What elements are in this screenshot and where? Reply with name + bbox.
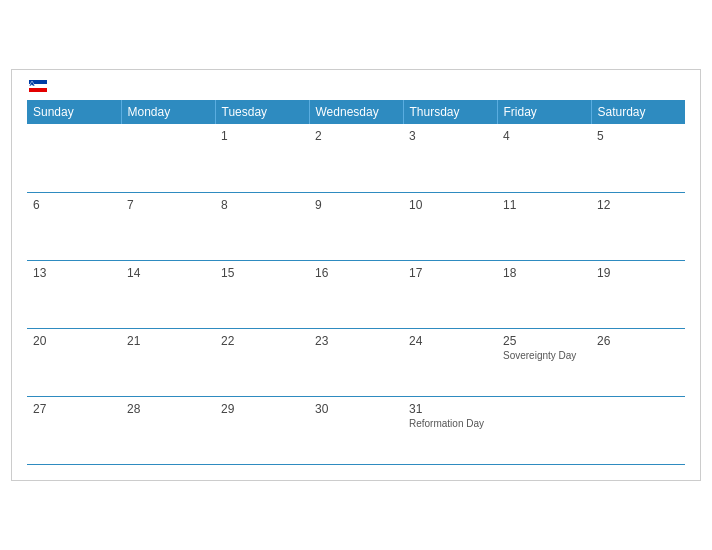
calendar-cell: 13 — [27, 260, 121, 328]
day-number: 30 — [315, 402, 397, 416]
calendar-cell: 24 — [403, 328, 497, 396]
calendar-cell: 29 — [215, 396, 309, 464]
day-number: 10 — [409, 198, 491, 212]
logo: ★ — [27, 80, 47, 92]
calendar-cell: 4 — [497, 124, 591, 192]
day-number: 11 — [503, 198, 585, 212]
calendar-week-row: 202122232425Sovereignty Day26 — [27, 328, 685, 396]
day-number: 23 — [315, 334, 397, 348]
calendar-cell: 19 — [591, 260, 685, 328]
calendar-cell: 7 — [121, 192, 215, 260]
calendar-cell: 18 — [497, 260, 591, 328]
calendar-cell: 1 — [215, 124, 309, 192]
day-number: 31 — [409, 402, 491, 416]
calendar-cell: 26 — [591, 328, 685, 396]
day-number: 1 — [221, 129, 303, 143]
svg-text:★: ★ — [30, 83, 34, 88]
day-number: 26 — [597, 334, 679, 348]
holiday-name: Reformation Day — [409, 418, 491, 429]
day-number: 20 — [33, 334, 115, 348]
day-number: 27 — [33, 402, 115, 416]
day-number: 12 — [597, 198, 679, 212]
day-number: 19 — [597, 266, 679, 280]
day-number: 29 — [221, 402, 303, 416]
day-number: 15 — [221, 266, 303, 280]
calendar-container: ★ SundayMondayTuesdayWednesdayThursdayFr… — [11, 69, 701, 481]
day-number: 6 — [33, 198, 115, 212]
calendar-week-row: 2728293031Reformation Day — [27, 396, 685, 464]
calendar-cell: 22 — [215, 328, 309, 396]
holiday-name: Sovereignty Day — [503, 350, 585, 361]
calendar-week-row: 6789101112 — [27, 192, 685, 260]
calendar-cell: 2 — [309, 124, 403, 192]
calendar-cell: 17 — [403, 260, 497, 328]
calendar-week-row: 12345 — [27, 124, 685, 192]
weekday-header-friday: Friday — [497, 100, 591, 124]
calendar-cell: 8 — [215, 192, 309, 260]
calendar-cell: 21 — [121, 328, 215, 396]
day-number: 7 — [127, 198, 209, 212]
calendar-cell: 20 — [27, 328, 121, 396]
calendar-cell: 15 — [215, 260, 309, 328]
day-number: 18 — [503, 266, 585, 280]
calendar-header: ★ — [27, 80, 685, 92]
weekday-header-sunday: Sunday — [27, 100, 121, 124]
calendar-cell — [121, 124, 215, 192]
calendar-cell — [497, 396, 591, 464]
calendar-cell: 28 — [121, 396, 215, 464]
calendar-cell: 5 — [591, 124, 685, 192]
weekday-header-row: SundayMondayTuesdayWednesdayThursdayFrid… — [27, 100, 685, 124]
calendar-cell: 23 — [309, 328, 403, 396]
weekday-header-tuesday: Tuesday — [215, 100, 309, 124]
calendar-cell: 11 — [497, 192, 591, 260]
day-number: 28 — [127, 402, 209, 416]
day-number: 13 — [33, 266, 115, 280]
day-number: 2 — [315, 129, 397, 143]
calendar-table: SundayMondayTuesdayWednesdayThursdayFrid… — [27, 100, 685, 465]
weekday-header-thursday: Thursday — [403, 100, 497, 124]
day-number: 25 — [503, 334, 585, 348]
calendar-cell: 10 — [403, 192, 497, 260]
day-number: 22 — [221, 334, 303, 348]
calendar-cell: 14 — [121, 260, 215, 328]
calendar-cell: 6 — [27, 192, 121, 260]
calendar-cell: 3 — [403, 124, 497, 192]
calendar-cell: 27 — [27, 396, 121, 464]
calendar-cell: 30 — [309, 396, 403, 464]
calendar-cell: 12 — [591, 192, 685, 260]
calendar-week-row: 13141516171819 — [27, 260, 685, 328]
day-number: 24 — [409, 334, 491, 348]
day-number: 9 — [315, 198, 397, 212]
day-number: 8 — [221, 198, 303, 212]
day-number: 4 — [503, 129, 585, 143]
weekday-header-wednesday: Wednesday — [309, 100, 403, 124]
day-number: 3 — [409, 129, 491, 143]
calendar-cell: 9 — [309, 192, 403, 260]
calendar-cell — [27, 124, 121, 192]
weekday-header-monday: Monday — [121, 100, 215, 124]
calendar-cell: 25Sovereignty Day — [497, 328, 591, 396]
day-number: 16 — [315, 266, 397, 280]
day-number: 17 — [409, 266, 491, 280]
calendar-cell: 31Reformation Day — [403, 396, 497, 464]
weekday-header-saturday: Saturday — [591, 100, 685, 124]
calendar-cell: 16 — [309, 260, 403, 328]
calendar-cell — [591, 396, 685, 464]
day-number: 14 — [127, 266, 209, 280]
logo-flag-icon: ★ — [29, 80, 47, 92]
day-number: 21 — [127, 334, 209, 348]
svg-rect-2 — [29, 88, 47, 92]
day-number: 5 — [597, 129, 679, 143]
